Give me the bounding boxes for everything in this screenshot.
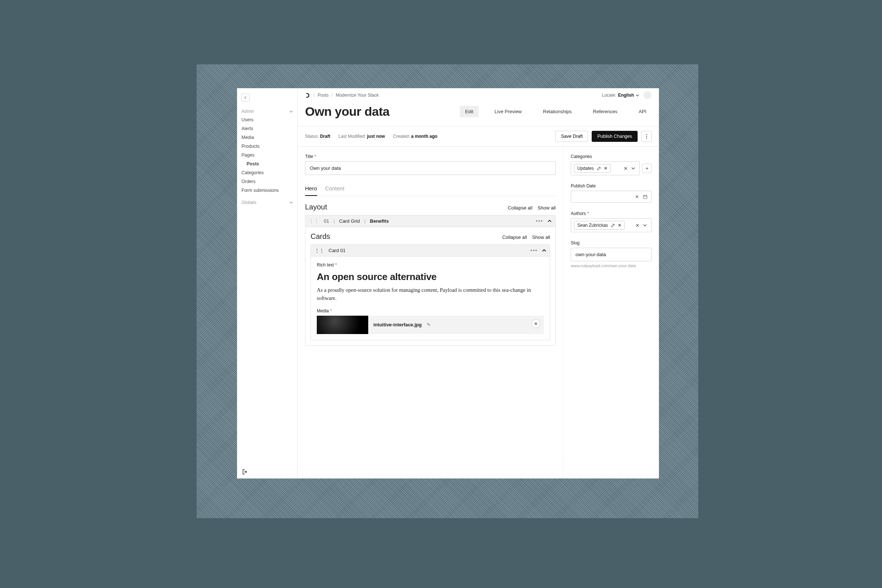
tab-references[interactable]: References [588, 106, 622, 117]
breadcrumb-current: Modernize Your Stack [336, 93, 379, 98]
block-type-label: Card Grid [339, 218, 360, 224]
sidebar-item-form-submissions[interactable]: Form submissions [237, 186, 297, 195]
slug-preview-url: www.notpayload.com/own-your-data [571, 264, 652, 268]
kebab-icon [646, 134, 647, 139]
remove-chip-icon[interactable]: ✕ [604, 166, 608, 171]
cards-show-all[interactable]: Show all [532, 234, 550, 240]
sidebar-item-categories[interactable]: Categories [237, 168, 297, 177]
sidebar-item-posts[interactable]: Posts [237, 159, 297, 168]
svg-point-1 [646, 136, 647, 137]
sidebar-item-media[interactable]: Media [237, 133, 297, 142]
app-logo-icon [305, 93, 310, 98]
categories-input[interactable]: Updates ✕ ✕ [571, 161, 640, 175]
tab-edit[interactable]: Edit [460, 106, 478, 117]
clear-icon[interactable]: ✕ [624, 166, 628, 171]
breadcrumb: / Posts / Modernize Your Stack [305, 93, 378, 98]
add-category-button[interactable]: ＋ [642, 164, 652, 173]
cards-collapse-all[interactable]: Collapse all [502, 234, 527, 240]
tab-api[interactable]: API [634, 106, 652, 117]
subtab-content[interactable]: Content [325, 183, 345, 196]
save-draft-button[interactable]: Save Draft [555, 131, 588, 142]
media-filename[interactable]: intuitive-interface.jpg [374, 322, 422, 327]
sidebar: Admin Users Alerts Media Products Pages … [237, 88, 298, 478]
svg-rect-3 [643, 195, 647, 198]
layout-show-all[interactable]: Show all [538, 205, 556, 211]
more-actions-button[interactable] [641, 131, 652, 142]
logout-button[interactable] [242, 469, 248, 475]
tab-relationships[interactable]: Relationships [538, 106, 577, 117]
calendar-icon [643, 194, 648, 199]
media-upload-row: intuitive-interface.jpg ✎ ✕ [317, 316, 544, 334]
richtext-body[interactable]: As a proudly open-source solution for ma… [317, 286, 544, 303]
layout-block: ⋮⋮ 01 | Card Grid | Benefits ••• Cards [305, 215, 556, 346]
author-chip[interactable]: Sean Zubrickas ✕ [574, 221, 625, 230]
clear-icon[interactable]: ✕ [635, 194, 639, 200]
admin-panel: Admin Users Alerts Media Products Pages … [237, 88, 659, 478]
layout-collapse-all[interactable]: Collapse all [508, 205, 532, 211]
chevron-left-icon [244, 96, 248, 99]
chevron-up-icon[interactable] [542, 248, 546, 252]
main: / Posts / Modernize Your Stack Locale: E… [298, 88, 659, 478]
title-input[interactable] [305, 161, 556, 175]
remove-media-button[interactable]: ✕ [531, 320, 540, 328]
drag-handle-icon[interactable]: ⋮⋮ [309, 218, 320, 224]
clear-icon[interactable]: ✕ [635, 223, 639, 228]
sidebar-item-products[interactable]: Products [237, 142, 297, 151]
publish-date-label: Publish Date [571, 183, 652, 189]
category-chip[interactable]: Updates ✕ [574, 164, 611, 173]
tab-live-preview[interactable]: Live Preview [489, 106, 527, 117]
drag-handle-icon[interactable]: ⋮⋮ [315, 248, 324, 253]
publish-button[interactable]: Publish Changes [592, 131, 638, 142]
sidebar-item-alerts[interactable]: Alerts [237, 124, 297, 133]
chevron-down-icon[interactable] [632, 166, 635, 170]
card-more-button[interactable]: ••• [530, 248, 538, 253]
logout-icon [242, 469, 248, 475]
subtab-hero[interactable]: Hero [305, 183, 317, 196]
block-name-label: Benefits [370, 218, 389, 224]
card-block: ⋮⋮ Card 01 ••• Rich text * An open sourc… [310, 244, 550, 340]
layout-heading: Layout [305, 203, 327, 212]
chevron-down-icon [636, 94, 639, 97]
sidebar-item-users[interactable]: Users [237, 116, 297, 124]
svg-point-0 [646, 134, 647, 135]
slug-label: Slug [571, 240, 652, 246]
avatar[interactable] [644, 91, 652, 99]
richtext-heading[interactable]: An open source alternative [317, 271, 544, 283]
block-more-button[interactable]: ••• [536, 218, 543, 224]
view-tabs: Edit Live Preview Relationships Referenc… [460, 106, 652, 117]
media-label: Media * [317, 308, 544, 314]
chevron-up-icon[interactable] [548, 219, 552, 223]
cards-heading: Cards [310, 232, 330, 241]
external-link-icon [597, 166, 601, 171]
locale-selector[interactable]: Locale: English [602, 93, 639, 98]
sidebar-item-orders[interactable]: Orders [237, 177, 297, 186]
sidebar-group-globals[interactable]: Globals [237, 197, 297, 207]
sidebar-group-admin[interactable]: Admin [237, 106, 297, 116]
collapse-sidebar-button[interactable] [242, 93, 249, 101]
chevron-down-icon [290, 110, 293, 113]
edit-icon[interactable]: ✎ [427, 322, 431, 327]
media-thumbnail [317, 316, 368, 334]
authors-input[interactable]: Sean Zubrickas ✕ ✕ [571, 218, 652, 232]
sidebar-item-pages[interactable]: Pages [237, 151, 297, 159]
doc-sidebar: Categories Updates ✕ ✕ [563, 147, 659, 478]
status-badge: Draft [320, 134, 330, 139]
richtext-label: Rich text * [317, 262, 544, 267]
chevron-up-icon [290, 201, 293, 204]
title-label: Title * [305, 154, 556, 159]
card-title: Card 01 [328, 248, 345, 253]
categories-label: Categories [571, 154, 652, 159]
slug-input[interactable] [571, 248, 652, 261]
svg-point-2 [646, 138, 647, 138]
page-title: Own your data [305, 104, 390, 119]
publish-date-input[interactable]: ✕ [571, 191, 652, 203]
breadcrumb-collection[interactable]: Posts [318, 93, 328, 98]
external-link-icon [611, 224, 615, 228]
remove-chip-icon[interactable]: ✕ [618, 223, 621, 228]
authors-label: Authors * [571, 211, 652, 216]
chevron-down-icon[interactable] [643, 224, 647, 227]
